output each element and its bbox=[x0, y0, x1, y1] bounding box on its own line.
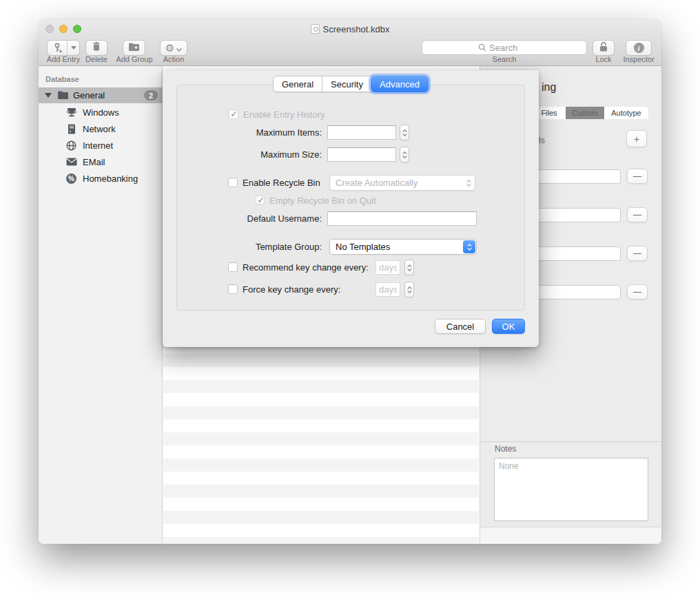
search-label: Search bbox=[493, 55, 517, 63]
settings-tabs: General Security Advanced bbox=[273, 76, 429, 92]
search-input[interactable] bbox=[489, 43, 531, 53]
enable-entry-history-checkbox bbox=[229, 109, 238, 119]
search-icon bbox=[478, 43, 486, 52]
sidebar-item-label: Homebanking bbox=[83, 173, 138, 184]
recommend-days-stepper bbox=[404, 260, 414, 275]
percent-icon: % bbox=[65, 173, 77, 184]
folder-icon bbox=[57, 90, 69, 100]
remove-field-button[interactable]: — bbox=[627, 169, 648, 184]
sidebar-item-network[interactable]: Network bbox=[39, 120, 163, 137]
template-group-value: No Templates bbox=[330, 242, 462, 252]
remove-field-button[interactable]: — bbox=[627, 207, 648, 222]
cancel-button[interactable]: Cancel bbox=[435, 319, 486, 334]
envelope-icon bbox=[65, 158, 77, 166]
disclosure-triangle-icon[interactable] bbox=[45, 93, 52, 98]
app-window: Screenshot.kdbx Add Entry Delete bbox=[39, 19, 661, 544]
sidebar-item-windows[interactable]: Windows bbox=[39, 104, 163, 120]
notes-textarea[interactable] bbox=[494, 458, 648, 521]
sidebar: Database General 2 Windows bbox=[39, 66, 163, 544]
action-button[interactable]: ⚙ bbox=[160, 40, 187, 56]
inspector-button[interactable]: i bbox=[626, 40, 652, 56]
count-badge: 2 bbox=[144, 90, 158, 101]
recommend-days-input bbox=[375, 260, 400, 275]
window-title-group: Screenshot.kdbx bbox=[39, 19, 661, 39]
add-entry-label: Add Entry bbox=[47, 55, 80, 63]
divider bbox=[480, 441, 661, 442]
sidebar-item-label: General bbox=[73, 90, 105, 101]
enable-recycle-bin-label: Enable Recycle Bin bbox=[243, 178, 320, 188]
add-field-button[interactable]: + bbox=[626, 130, 647, 147]
tab-general[interactable]: General bbox=[274, 76, 322, 92]
chevron-down-icon[interactable] bbox=[68, 46, 79, 50]
tab-custom[interactable]: Custom bbox=[566, 107, 604, 119]
sidebar-item-label: EMail bbox=[83, 157, 105, 167]
padlock-icon bbox=[599, 41, 608, 55]
windows-icon bbox=[65, 107, 77, 117]
recycle-bin-mode-value: Create Automatically bbox=[330, 178, 462, 188]
add-entry-button[interactable] bbox=[47, 40, 80, 56]
custom-fields-label-fragment: ls bbox=[539, 136, 545, 145]
default-username-label: Default Username: bbox=[218, 213, 322, 224]
sidebar-item-label: Windows bbox=[83, 107, 119, 118]
maximum-items-stepper[interactable] bbox=[400, 125, 409, 140]
force-key-change-checkbox[interactable] bbox=[228, 284, 238, 294]
inspector-footer bbox=[480, 527, 661, 544]
delete-button[interactable] bbox=[85, 40, 107, 56]
recommend-key-change-label: Recommend key change every: bbox=[243, 262, 369, 273]
database-settings-sheet: General Security Advanced Enable Entry H… bbox=[163, 70, 539, 347]
default-username-input[interactable] bbox=[327, 211, 477, 226]
sidebar-item-email[interactable]: EMail bbox=[39, 154, 163, 170]
entry-list-rows bbox=[163, 341, 479, 544]
lock-label: Lock bbox=[595, 55, 611, 63]
popup-chevrons-icon bbox=[463, 240, 475, 253]
trash-icon bbox=[92, 41, 101, 54]
server-icon bbox=[65, 124, 77, 134]
recommend-key-change-checkbox[interactable] bbox=[228, 262, 238, 272]
enable-entry-history-label: Enable Entry History bbox=[243, 109, 325, 120]
search-field[interactable] bbox=[422, 40, 587, 55]
info-icon: i bbox=[634, 43, 644, 53]
sidebar-item-label: Internet bbox=[83, 140, 113, 151]
action-label: Action bbox=[163, 55, 185, 63]
window-title: Screenshot.kdbx bbox=[323, 24, 390, 34]
maximum-items-input[interactable] bbox=[327, 125, 396, 140]
maximum-size-input[interactable] bbox=[327, 147, 396, 162]
empty-recycle-bin-label: Empty Recycle Bin on Quit bbox=[269, 196, 376, 206]
delete-label: Delete bbox=[85, 55, 107, 63]
template-group-popup[interactable]: No Templates bbox=[329, 239, 477, 255]
enable-recycle-bin-checkbox[interactable] bbox=[228, 178, 238, 187]
tab-autotype[interactable]: Autotype bbox=[604, 107, 648, 119]
remove-field-button[interactable]: — bbox=[627, 246, 648, 261]
lock-button[interactable] bbox=[593, 40, 615, 56]
sidebar-item-internet[interactable]: Internet bbox=[39, 137, 163, 154]
maximum-items-label: Maximum Items: bbox=[239, 127, 322, 138]
inspector-title-fragment: ing bbox=[542, 81, 556, 94]
chevron-down-icon bbox=[176, 42, 182, 54]
empty-recycle-bin-checkbox bbox=[256, 196, 265, 204]
inspector-tabs: Files Custom Autotype bbox=[533, 107, 648, 119]
tab-advanced[interactable]: Advanced bbox=[371, 76, 429, 92]
add-group-label: Add Group bbox=[116, 55, 152, 63]
force-days-input bbox=[375, 282, 400, 297]
add-group-button[interactable] bbox=[123, 40, 145, 56]
template-group-label: Template Group: bbox=[218, 242, 322, 252]
gear-icon: ⚙ bbox=[165, 43, 174, 53]
force-days-stepper bbox=[404, 282, 414, 297]
window-header: Screenshot.kdbx Add Entry Delete bbox=[39, 19, 661, 66]
notes-label: Notes bbox=[495, 444, 516, 454]
sidebar-section-header: Database bbox=[45, 75, 79, 83]
force-key-change-label: Force key change every: bbox=[243, 284, 340, 295]
document-icon bbox=[311, 24, 320, 34]
folder-plus-icon bbox=[128, 42, 140, 54]
maximum-size-stepper[interactable] bbox=[400, 147, 409, 162]
key-plus-icon bbox=[48, 43, 67, 54]
titlebar: Screenshot.kdbx bbox=[39, 19, 661, 39]
remove-field-button[interactable]: — bbox=[627, 284, 648, 299]
popup-chevrons-icon bbox=[462, 180, 475, 187]
sidebar-item-homebanking[interactable]: % Homebanking bbox=[39, 170, 163, 187]
maximum-size-label: Maximum Size: bbox=[239, 149, 322, 160]
tab-security[interactable]: Security bbox=[322, 76, 371, 92]
sidebar-item-label: Network bbox=[83, 124, 116, 134]
sidebar-item-general[interactable]: General 2 bbox=[39, 87, 163, 103]
ok-button[interactable]: OK bbox=[492, 319, 525, 334]
